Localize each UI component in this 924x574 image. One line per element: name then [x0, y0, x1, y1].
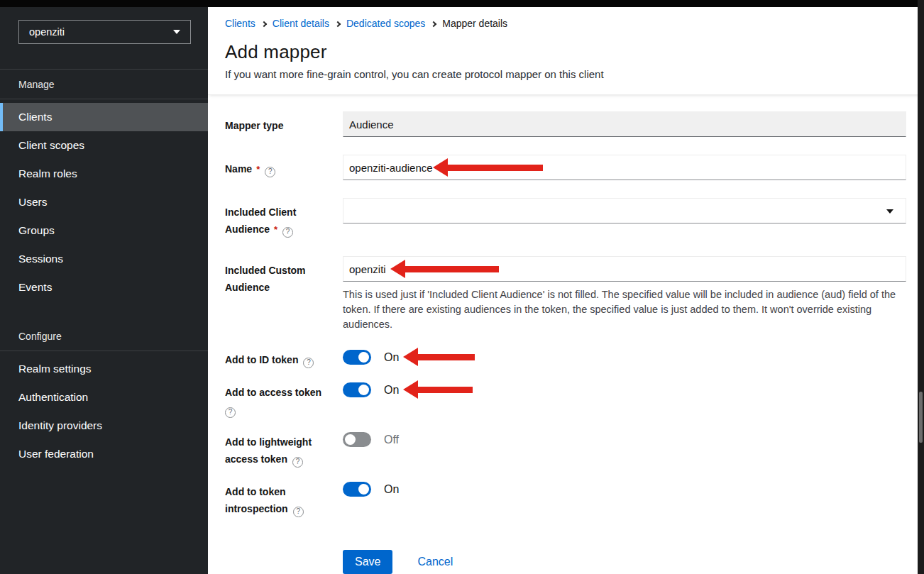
page-title: Add mapper [225, 41, 907, 63]
main-content: Clients Client details Dedicated scopes … [208, 0, 924, 574]
sidebar-nav-configure: Realm settings Authentication Identity p… [0, 355, 208, 468]
add-to-lightweight-access-token-label: Add to lightweight access token? [225, 432, 343, 468]
toggle-state-label: On [384, 350, 399, 365]
name-input[interactable] [343, 155, 906, 180]
switch-knob [358, 385, 369, 395]
realm-selector[interactable]: openziti [18, 20, 191, 44]
included-client-audience-label: Included Client Audience*? [225, 198, 343, 238]
add-to-lightweight-access-token-row: Add to lightweight access token? Off [225, 432, 906, 468]
add-to-access-token-label: Add to access token ? [225, 382, 343, 418]
save-button[interactable]: Save [343, 550, 392, 574]
included-client-audience-select[interactable] [343, 198, 906, 223]
sidebar-section-manage: Manage [0, 70, 208, 99]
help-icon[interactable]: ? [225, 407, 236, 418]
included-custom-audience-help: This is used just if 'Included Client Au… [343, 287, 906, 332]
sidebar-item-groups[interactable]: Groups [0, 216, 208, 245]
add-to-id-token-switch[interactable] [343, 350, 371, 365]
switch-knob [358, 484, 369, 495]
arrow-head-icon [403, 348, 418, 366]
included-custom-audience-control: This is used just if 'Included Client Au… [343, 256, 906, 332]
arrow-tail [418, 354, 475, 360]
sidebar-item-realm-roles[interactable]: Realm roles [0, 160, 208, 188]
sidebar: openziti Manage Clients Client scopes Re… [0, 0, 208, 574]
switch-knob [345, 434, 356, 445]
chevron-right-icon [431, 21, 436, 26]
sidebar-item-clients[interactable]: Clients [0, 103, 208, 131]
help-icon[interactable]: ? [282, 227, 293, 238]
add-to-lightweight-access-token-control: Off [343, 432, 906, 468]
add-to-token-introspection-row: Add to token introspection? On [225, 482, 906, 517]
breadcrumb: Clients Client details Dedicated scopes … [225, 18, 907, 29]
sidebar-divider [0, 99, 208, 99]
help-icon[interactable]: ? [292, 457, 303, 468]
sidebar-item-identity-providers[interactable]: Identity providers [0, 412, 208, 440]
sidebar-item-client-scopes[interactable]: Client scopes [0, 131, 208, 160]
page-scrollbar[interactable] [918, 0, 924, 574]
add-to-id-token-row: Add to ID token? On [225, 350, 906, 368]
sidebar-item-user-federation[interactable]: User federation [0, 440, 208, 468]
sidebar-item-realm-settings[interactable]: Realm settings [0, 355, 208, 383]
toggle-state-label: On [384, 382, 399, 397]
toggle-state-label: Off [384, 432, 399, 447]
sidebar-item-events[interactable]: Events [0, 273, 208, 302]
required-asterisk: * [256, 164, 260, 175]
add-to-token-introspection-label: Add to token introspection? [225, 482, 343, 517]
mapper-type-label: Mapper type [225, 111, 343, 137]
included-custom-audience-row: Included Custom Audience This is used ju… [225, 256, 906, 332]
breadcrumb-clients[interactable]: Clients [225, 18, 255, 29]
breadcrumb-client-details[interactable]: Client details [273, 18, 329, 29]
arrow-tail [418, 387, 473, 393]
chevron-down-icon [886, 209, 893, 214]
included-custom-audience-label: Included Custom Audience [225, 256, 343, 332]
sidebar-section-configure: Configure [0, 321, 208, 351]
add-to-lightweight-access-token-switch[interactable] [343, 432, 371, 447]
add-to-access-token-switch[interactable] [343, 382, 371, 397]
sidebar-divider [0, 351, 208, 351]
form-actions: Save Cancel [343, 550, 906, 574]
page-subtitle: If you want more fine-grain control, you… [225, 68, 907, 80]
sidebar-item-sessions[interactable]: Sessions [0, 245, 208, 273]
chevron-down-icon [173, 30, 180, 34]
breadcrumb-mapper-details: Mapper details [442, 18, 507, 29]
mapper-form: Mapper type Name*? [208, 95, 924, 574]
realm-selector-value: openziti [29, 26, 65, 38]
add-to-token-introspection-control: On [343, 482, 906, 517]
mapper-type-input [343, 111, 906, 137]
help-icon[interactable]: ? [293, 507, 304, 517]
sidebar-gap [0, 302, 208, 321]
add-to-token-introspection-switch[interactable] [343, 482, 371, 497]
arrow-head-icon [403, 380, 418, 399]
mapper-type-row: Mapper type [225, 111, 906, 137]
app-window: openziti Manage Clients Client scopes Re… [0, 0, 924, 574]
included-client-audience-control [343, 198, 906, 238]
mapper-type-control [343, 111, 906, 137]
add-to-access-token-control: On [343, 382, 906, 418]
sidebar-item-authentication[interactable]: Authentication [0, 383, 208, 412]
cancel-link[interactable]: Cancel [417, 556, 453, 568]
required-asterisk: * [274, 224, 277, 235]
breadcrumb-dedicated-scopes[interactable]: Dedicated scopes [346, 18, 425, 29]
page-header: Clients Client details Dedicated scopes … [208, 7, 924, 95]
add-to-access-token-row: Add to access token ? On [225, 382, 906, 418]
name-control [343, 155, 906, 180]
help-icon[interactable]: ? [265, 167, 275, 177]
top-bar [0, 0, 924, 7]
add-to-id-token-control: On [343, 350, 906, 368]
name-label: Name*? [225, 155, 343, 180]
help-icon[interactable]: ? [303, 358, 314, 368]
annotation-arrow [403, 380, 473, 399]
toggle-state-label: On [384, 482, 399, 497]
included-custom-audience-input[interactable] [343, 256, 906, 282]
switch-knob [358, 352, 369, 363]
scrollbar-thumb[interactable] [919, 392, 923, 443]
name-row: Name*? [225, 155, 906, 180]
annotation-arrow [403, 348, 475, 366]
chevron-right-icon [335, 21, 341, 26]
sidebar-item-users[interactable]: Users [0, 188, 208, 216]
sidebar-nav-manage: Clients Client scopes Realm roles Users … [0, 103, 208, 302]
included-client-audience-row: Included Client Audience*? [225, 198, 906, 238]
chevron-right-icon [261, 21, 267, 26]
add-to-id-token-label: Add to ID token? [225, 350, 343, 368]
